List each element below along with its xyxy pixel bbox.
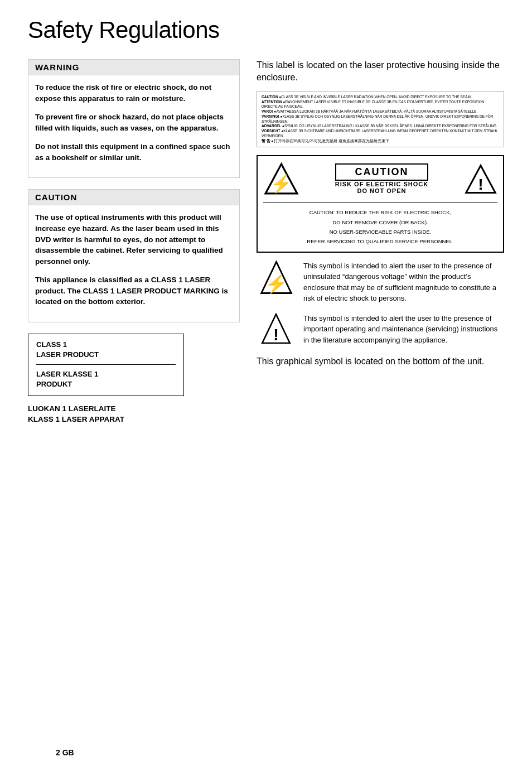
exclaim-triangle-right-icon: ! xyxy=(464,163,497,197)
warning-header: WARNING xyxy=(28,60,239,75)
caution-panel-line-3: NO USER-SERVICEABLE PARTS INSIDE. xyxy=(263,227,497,237)
caution-panel-center: CAUTION RISK OF ELECTRIC SHOCKDO NOT OPE… xyxy=(335,163,428,196)
caution-para-1: The use of optical instruments with this… xyxy=(35,212,233,267)
svg-text:!: ! xyxy=(273,325,279,344)
lightning-triangle-left-icon: ⚡ xyxy=(263,162,299,198)
page-number: 2 GB xyxy=(56,748,74,757)
bottom-unit-text: This graphical symbol is located on the … xyxy=(257,355,504,368)
label-location-text: This label is located on the laser prote… xyxy=(257,59,504,84)
caution-panel-body: CAUTION: TO REDUCE THE RISK OF ELECTRIC … xyxy=(263,202,497,245)
right-column: This label is located on the laser prote… xyxy=(257,59,504,425)
symbol-2-text: This symbol is intended to alert the use… xyxy=(303,313,504,346)
caution-para-2: This appliance is classified as a CLASS … xyxy=(35,274,233,307)
symbol-1-icon-box: ⚡ xyxy=(257,261,296,297)
page-title: Safety Regulations xyxy=(28,17,504,44)
laser-product-box: CLASS 1LASER PRODUCT LASER KLASSE 1PRODU… xyxy=(28,334,184,396)
caution-panel: ⚡ CAUTION RISK OF ELECTRIC SHOCKDO NOT O… xyxy=(257,155,504,252)
lightning-bolt-icon: ⚡ xyxy=(258,261,294,297)
caution-header: CAUTION xyxy=(28,190,239,205)
caution-panel-header: ⚡ CAUTION RISK OF ELECTRIC SHOCKDO NOT O… xyxy=(263,162,497,198)
svg-text:!: ! xyxy=(478,175,483,193)
caution-panel-line-4: REFER SERVICING TO QUALIFIED SERVICE PER… xyxy=(263,237,497,246)
warning-para-3: Do not install this equipment in a confi… xyxy=(35,141,233,163)
caution-panel-title: CAUTION xyxy=(335,163,428,181)
warning-para-1: To reduce the risk of fire or electric s… xyxy=(35,82,233,104)
warning-body: To reduce the risk of fire or electric s… xyxy=(28,75,239,163)
laser-box-bottom: LASER KLASSE 1PRODUKT xyxy=(36,369,176,389)
left-column: WARNING To reduce the risk of fire or el… xyxy=(28,59,240,425)
caution-body: The use of optical instruments with this… xyxy=(28,205,239,307)
exclamation-triangle-icon: ! xyxy=(259,313,293,346)
warning-block: WARNING To reduce the risk of fire or el… xyxy=(28,59,240,178)
svg-text:⚡: ⚡ xyxy=(265,273,288,295)
symbol-row-1: ⚡ This symbol is intended to alert the u… xyxy=(257,261,504,304)
luokan-text: LUOKAN 1 LASERLAITE KLASS 1 LASER APPARA… xyxy=(28,404,240,425)
caution-panel-line-1: CAUTION: TO REDUCE THE RISK OF ELECTRIC … xyxy=(263,208,497,217)
symbol-row-2: ! This symbol is intended to alert the u… xyxy=(257,313,504,346)
label-small-text: CAUTION ●CLASS 3B VISIBLE AND INVISIBLE … xyxy=(262,95,499,144)
laser-warning-label: CAUTION ●CLASS 3B VISIBLE AND INVISIBLE … xyxy=(257,91,504,148)
symbol-2-icon-box: ! xyxy=(257,313,296,346)
warning-para-2: To prevent fire or shock hazard, do not … xyxy=(35,112,233,133)
caution-panel-sub: RISK OF ELECTRIC SHOCKDO NOT OPEN xyxy=(335,181,428,194)
laser-box-top: CLASS 1LASER PRODUCT xyxy=(36,340,176,365)
svg-text:⚡: ⚡ xyxy=(270,174,292,195)
caution-block: CAUTION The use of optical instruments w… xyxy=(28,189,240,322)
symbol-1-text: This symbol is intended to alert the use… xyxy=(303,261,504,304)
caution-panel-line-2: DO NOT REMOVE COVER (OR BACK). xyxy=(263,218,497,227)
